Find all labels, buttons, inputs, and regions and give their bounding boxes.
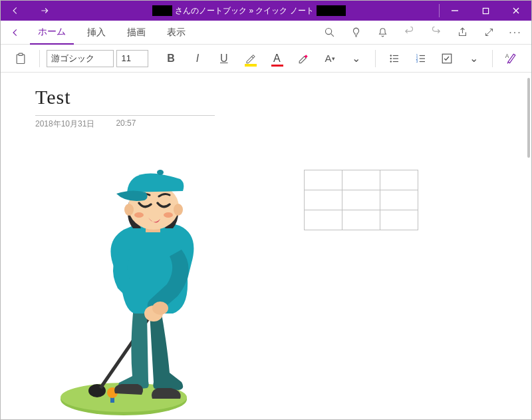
italic-label: I <box>196 53 199 65</box>
svg-point-19 <box>152 302 168 315</box>
table-cell[interactable] <box>305 190 342 210</box>
lightbulb-icon[interactable] <box>345 22 366 43</box>
golfer-image[interactable] <box>61 150 233 413</box>
table-cell[interactable] <box>342 190 380 210</box>
bold-label: B <box>167 53 175 65</box>
svg-point-27 <box>157 170 164 175</box>
table-cell[interactable] <box>380 210 418 230</box>
table-cell[interactable] <box>380 190 418 210</box>
close-button[interactable] <box>501 1 531 21</box>
bold-button[interactable]: B <box>159 47 183 71</box>
table-cell[interactable] <box>342 210 380 230</box>
tab-insert-label: 挿入 <box>87 27 106 39</box>
title-text: さんのノートブック » クイック ノート <box>175 5 314 17</box>
underline-label: U <box>220 53 228 65</box>
table-cell[interactable] <box>380 170 418 190</box>
redo-icon[interactable] <box>425 22 446 43</box>
back-button[interactable] <box>1 1 30 21</box>
svg-point-1 <box>325 28 331 34</box>
styles-pen-icon[interactable]: A <box>499 47 523 71</box>
italic-button[interactable]: I <box>186 47 209 71</box>
svg-point-4 <box>390 55 391 56</box>
page-title[interactable]: Test <box>35 86 531 108</box>
font-size-input[interactable]: 11 <box>116 50 148 67</box>
tab-home-label: ホーム <box>38 26 66 38</box>
table-cell[interactable] <box>305 210 342 230</box>
table-cell[interactable] <box>342 170 380 190</box>
share-icon[interactable] <box>452 22 473 43</box>
underline-button[interactable]: U <box>212 47 236 71</box>
table-cell[interactable] <box>305 170 342 190</box>
font-color-label: A <box>273 53 281 65</box>
inserted-table[interactable] <box>304 170 418 230</box>
svg-point-6 <box>390 61 391 62</box>
toolbar: 游ゴシック 11 B I U A A▾ ⌄ 123 ⌄ A <box>1 45 531 73</box>
tab-draw[interactable]: 描画 <box>119 21 154 45</box>
search-icon[interactable] <box>319 22 340 43</box>
ribbon-back-button[interactable] <box>6 23 25 42</box>
svg-rect-3 <box>19 53 23 55</box>
svg-text:3: 3 <box>416 59 418 63</box>
highlight-button[interactable] <box>239 47 263 71</box>
redacted-block <box>152 5 172 16</box>
page-area[interactable]: Test 2018年10月31日 20:57 <box>1 73 531 419</box>
window-title: さんのノートブック » クイック ノート <box>59 5 439 17</box>
page-date: 2018年10月31日 <box>35 118 94 130</box>
svg-point-25 <box>134 212 144 218</box>
svg-point-23 <box>174 204 183 216</box>
tab-draw-label: 描画 <box>127 27 146 39</box>
font-name-value: 游ゴシック <box>51 53 94 65</box>
text-style-button[interactable]: A▾ <box>318 47 342 71</box>
svg-point-22 <box>124 204 134 216</box>
redacted-block <box>317 5 346 16</box>
clipboard-icon[interactable] <box>9 47 33 71</box>
font-name-input[interactable]: 游ゴシック <box>47 50 114 67</box>
clear-format-button[interactable] <box>291 47 315 71</box>
ribbon-tabs: ホーム 挿入 描画 表示 ··· <box>1 21 531 45</box>
undo-icon[interactable] <box>398 22 420 43</box>
bell-icon[interactable] <box>372 22 393 43</box>
forward-button[interactable] <box>30 1 59 21</box>
svg-point-26 <box>164 212 173 218</box>
numbering-button[interactable]: 123 <box>409 47 433 71</box>
chevron-down-icon[interactable]: ⌄ <box>344 47 368 71</box>
tab-view[interactable]: 表示 <box>159 21 194 45</box>
svg-text:A: A <box>505 53 509 59</box>
svg-rect-0 <box>483 8 488 13</box>
fullscreen-icon[interactable] <box>478 22 499 43</box>
more-icon[interactable]: ··· <box>505 22 526 43</box>
chevron-down-icon[interactable]: ⌄ <box>462 47 485 71</box>
svg-rect-2 <box>17 55 25 63</box>
scrollbar[interactable] <box>527 78 530 158</box>
titlebar: さんのノートブック » クイック ノート <box>1 1 531 21</box>
svg-point-5 <box>390 57 391 59</box>
minimize-button[interactable] <box>440 1 470 21</box>
title-underline <box>35 115 215 116</box>
bullets-button[interactable] <box>382 47 406 71</box>
tab-view-label: 表示 <box>167 27 186 39</box>
page-meta: 2018年10月31日 20:57 <box>1 118 531 130</box>
tab-home[interactable]: ホーム <box>30 21 74 45</box>
page-time: 20:57 <box>116 118 136 130</box>
font-size-value: 11 <box>121 53 130 63</box>
tab-insert[interactable]: 挿入 <box>79 21 114 45</box>
font-color-button[interactable]: A <box>265 47 289 71</box>
checkbox-button[interactable] <box>436 47 460 71</box>
maximize-button[interactable] <box>470 1 501 21</box>
